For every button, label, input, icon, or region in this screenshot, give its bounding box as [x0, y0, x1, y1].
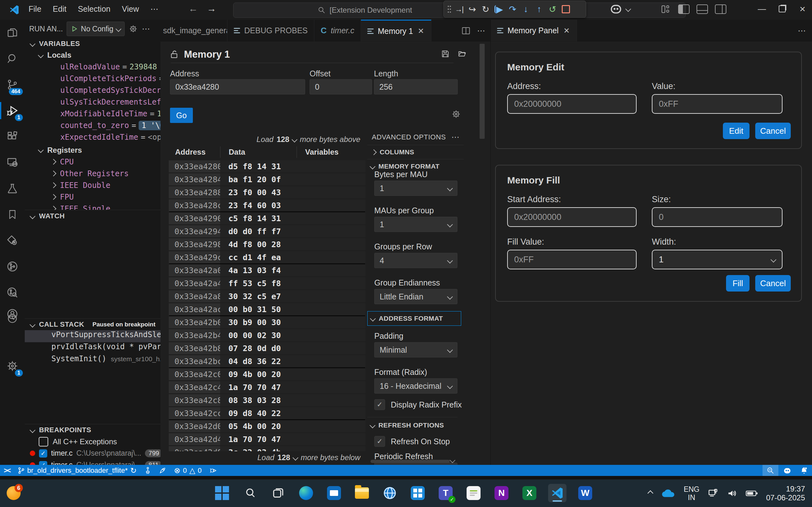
unlock-icon[interactable] [170, 50, 178, 59]
memory-row[interactable]: 0x33ea4298 4d f8 00 28 [169, 238, 365, 250]
memory-row[interactable]: 0x33ea4284 ba f1 20 0f [169, 173, 365, 185]
memory-row[interactable]: 0x33ea42c4 1a 70 70 47 [169, 381, 365, 393]
split-editor-icon[interactable] [461, 26, 471, 36]
memory-row[interactable]: 0x33ea42c8 08 38 03 28 [169, 394, 365, 406]
taskbar-search-button[interactable] [241, 484, 259, 502]
memory-row[interactable]: 0x33ea4288 23 f0 00 43 [169, 186, 365, 199]
step-over-icon[interactable]: ↷ [507, 3, 518, 15]
variable-row[interactable]: counted_to_zero = 1 '\001' [25, 119, 160, 131]
step-back-icon[interactable]: ↪ [467, 3, 478, 15]
sidebar-item-search[interactable] [0, 46, 25, 72]
memory-row[interactable]: 0x33ea42a0 4a 13 03 f4 [169, 264, 365, 276]
nav-forward-icon[interactable]: → [207, 3, 216, 14]
vscode-taskbar-icon[interactable] [548, 484, 566, 502]
start-button[interactable] [213, 484, 231, 502]
copilot-icon[interactable] [609, 3, 623, 15]
exception-breakpoint-row[interactable]: All C++ Exceptions [25, 436, 160, 447]
widgets-weather-icon[interactable]: 6 [4, 484, 23, 502]
variable-row[interactable]: xModifiableIdleTime = 10 [25, 108, 160, 119]
toggle-secondary-sidebar-icon[interactable] [715, 4, 726, 14]
step-into-icon[interactable]: ↓ [520, 3, 531, 15]
edit-address-input[interactable]: 0x20000000 [507, 94, 637, 114]
locals-group[interactable]: Locals [25, 49, 160, 61]
remote-indicator[interactable]: >< [0, 465, 14, 476]
battery-icon[interactable] [746, 489, 758, 498]
close-icon[interactable]: ✕ [417, 26, 425, 36]
checkbox-checked-icon[interactable]: ✓ [374, 399, 385, 410]
open-folder-icon[interactable] [457, 49, 467, 58]
edge-browser-icon[interactable] [297, 484, 315, 502]
toggle-primary-sidebar-icon[interactable] [678, 4, 690, 14]
register-group-row[interactable]: CPU [25, 156, 160, 168]
debug-config-dropdown[interactable]: No Config [67, 21, 125, 36]
editor-more-icon[interactable]: ⋯ [477, 26, 485, 36]
memory-row[interactable]: 0x33ea42b8 07 28 0d d0 [169, 342, 365, 354]
save-icon[interactable] [441, 49, 450, 58]
col-variables[interactable]: Variables [297, 147, 365, 158]
run-to-line-icon[interactable]: →| [453, 3, 465, 15]
zoom-status-item[interactable] [763, 465, 778, 476]
launch-item[interactable] [155, 465, 170, 476]
sidebar-item-run-and-debug[interactable]: 1 [0, 98, 25, 124]
columns-section[interactable]: COLUMNS [367, 145, 464, 159]
outlook-icon[interactable] [325, 484, 343, 502]
edit-value-input[interactable]: 0xFF [652, 94, 782, 114]
sidebar-item-bookmarks[interactable] [0, 202, 25, 228]
memory-row[interactable]: 0x33ea42b0 30 b9 00 30 [169, 316, 365, 328]
address-format-section[interactable]: ADDRESS FORMAT [367, 311, 461, 326]
notifications-item[interactable] [796, 465, 812, 476]
breakpoint-row[interactable]: ✓ timer.c C:\Users\pnataraj\... 799 [25, 447, 160, 459]
group-more-icon[interactable]: ⋯ [798, 26, 806, 36]
endianness-select[interactable]: Little Endian [374, 289, 457, 304]
step-out-icon[interactable]: ↑ [534, 3, 545, 15]
sidebar-item-source-control[interactable]: 464 [0, 72, 25, 98]
checkbox-checked-icon[interactable]: ✓ [39, 449, 47, 458]
file-explorer-icon[interactable] [353, 484, 371, 502]
memory-row[interactable]: 0x33ea42d8 3c 22 03 4b [169, 446, 365, 451]
offset-input[interactable]: 0 [310, 79, 372, 95]
breakpoint-row[interactable]: ✓ timer.c C:\Users\pnataraj\... 811 [25, 459, 160, 465]
register-group-row[interactable]: IEEE Single [25, 203, 160, 210]
reload-icon[interactable]: ↻ [480, 3, 491, 15]
memory-row[interactable]: 0x33ea42a4 ff 53 c5 f8 [169, 277, 365, 289]
stack-frame-row[interactable]: SystemInit() system_sr100_h... [25, 354, 160, 366]
tab-memory-1[interactable]: Memory 1 ✕ [361, 20, 432, 42]
padding-select[interactable]: Minimal [374, 342, 457, 357]
checkbox-checked-icon[interactable]: ✓ [374, 436, 385, 447]
debug-status-item[interactable] [206, 465, 221, 476]
git-branch-item[interactable]: br_old_drivers_bootloader_tflite* ↻ [14, 465, 141, 476]
edit-cancel-button[interactable]: Cancel [755, 123, 791, 139]
tab-timer-c[interactable]: C timer.c [314, 20, 361, 42]
globe-app-icon[interactable] [380, 484, 399, 502]
sidebar-item-testing[interactable] [0, 176, 25, 202]
fill-width-select[interactable]: 1 [652, 250, 782, 269]
memory-row[interactable]: 0x33ea42a8 30 32 c5 e7 [169, 290, 365, 302]
refresh-on-stop-checkbox-row[interactable]: ✓ Refresh On Stop [374, 436, 450, 447]
sidebar-item-extensions[interactable] [0, 124, 25, 150]
account-button[interactable] [0, 301, 25, 327]
onedrive-icon[interactable] [661, 488, 675, 498]
radix-select[interactable]: 16 - Hexadecimal [374, 378, 457, 394]
memory-row[interactable]: 0x33ea4294 d0 d0 ff f7 [169, 225, 365, 237]
close-icon[interactable]: ✕ [563, 26, 570, 35]
radix-prefix-checkbox-row[interactable]: ✓ Display Radix Prefix [374, 399, 462, 410]
watch-section-header[interactable]: WATCH [25, 210, 160, 222]
tab-memory-panel[interactable]: Memory Panel ✕ [491, 20, 577, 42]
memory-row[interactable]: 0x33ea4290 c5 f8 14 31 [169, 212, 365, 224]
panel-scroll-down-icon[interactable] [450, 457, 455, 463]
load-more-above[interactable]: Load 128 more bytes above [256, 135, 360, 144]
variable-row[interactable]: xExpectedIdleTime = <optimiz… [25, 131, 160, 143]
continue-icon[interactable]: ▶ [495, 5, 504, 13]
variable-row[interactable]: ulSysTickDecrementsLeft = <o… [25, 96, 160, 108]
advanced-more-icon[interactable]: ⋯ [451, 132, 459, 142]
network-icon[interactable] [708, 488, 718, 499]
checkbox-checked-icon[interactable]: ✓ [39, 461, 47, 465]
col-data[interactable]: Data [220, 147, 297, 158]
variable-row[interactable]: ulReloadValue = 239848 [25, 61, 160, 72]
tray-expand-icon[interactable] [648, 490, 653, 496]
clock-indicator[interactable]: 19:37 07-06-2025 [766, 485, 805, 502]
variable-row[interactable]: ulCompleteTickPeriods = <opt… [25, 72, 160, 84]
variable-row[interactable]: ulCompletedSysTickDecrements = [25, 84, 160, 96]
memory-options-gear-icon[interactable] [451, 109, 461, 119]
call-stack-section-header[interactable]: CALL STACK Paused on breakpoint [25, 319, 160, 330]
